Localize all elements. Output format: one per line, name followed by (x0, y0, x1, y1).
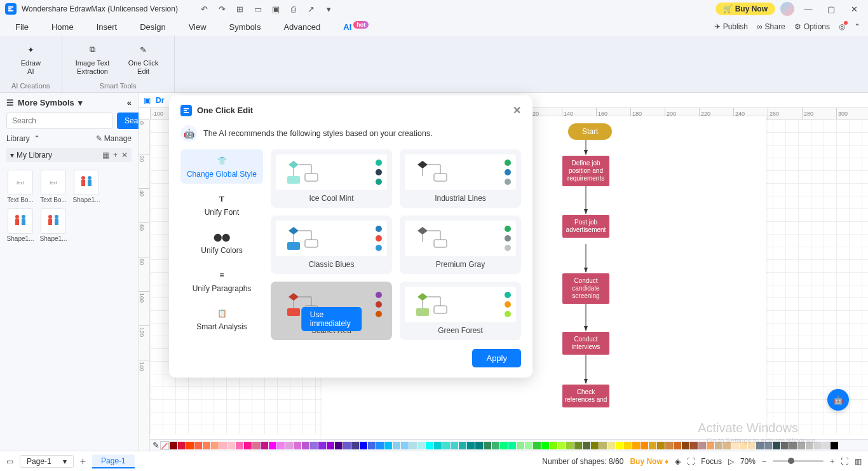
share-button[interactable]: ∞ Share (757, 22, 785, 31)
color-swatch[interactable] (310, 442, 318, 449)
doc-tab[interactable]: Dr (156, 96, 164, 105)
notifications-icon[interactable]: ◎ (839, 22, 845, 31)
user-avatar[interactable] (780, 2, 794, 16)
page-select[interactable]: Page-1▾ (20, 455, 74, 468)
color-swatch[interactable] (467, 442, 475, 449)
color-swatch[interactable] (641, 442, 648, 449)
color-swatch[interactable] (806, 442, 813, 449)
pages-icon[interactable]: ▭ (6, 457, 13, 466)
color-swatch[interactable] (831, 442, 838, 449)
shape-item[interactable]: textText Bo... (39, 170, 67, 203)
color-swatch[interactable] (302, 442, 309, 449)
color-swatch[interactable] (285, 442, 293, 449)
color-swatch[interactable] (624, 442, 632, 449)
menu-home[interactable]: Home (51, 22, 74, 32)
color-swatch[interactable] (822, 442, 830, 449)
redo-icon[interactable]: ↷ (216, 3, 229, 15)
color-swatch[interactable] (756, 442, 764, 449)
color-swatch[interactable] (236, 442, 243, 449)
color-swatch[interactable] (764, 442, 772, 449)
color-swatch[interactable] (360, 442, 367, 449)
color-swatch[interactable] (748, 442, 756, 449)
color-swatch[interactable] (649, 442, 656, 449)
menu-ai[interactable]: AIhot (343, 22, 369, 32)
more-symbols-header[interactable]: ☰ More Symbols▾ « (6, 98, 132, 107)
color-swatch[interactable] (351, 442, 359, 449)
maximize-button[interactable]: ▢ (822, 2, 840, 16)
ai-chat-fab[interactable]: 🤖 (827, 389, 849, 411)
color-swatch[interactable] (451, 442, 458, 449)
style-card[interactable]: Classic Blues (271, 215, 392, 274)
menu-file[interactable]: File (15, 22, 29, 32)
no-fill-swatch[interactable] (160, 441, 169, 450)
color-swatch[interactable] (599, 442, 607, 449)
fullscreen-icon[interactable]: ⛶ (841, 457, 848, 466)
shape-item[interactable]: Shape1... (39, 208, 67, 242)
color-swatch[interactable] (707, 442, 714, 449)
layers-icon[interactable]: ◈ (675, 457, 681, 466)
color-swatch[interactable] (227, 442, 235, 449)
fit-icon[interactable]: ⛶ (687, 457, 695, 466)
focus-button[interactable]: Focus (701, 457, 722, 466)
color-swatch[interactable] (632, 442, 640, 449)
color-swatch[interactable] (492, 442, 499, 449)
color-swatch[interactable] (484, 442, 491, 449)
search-input[interactable] (6, 113, 113, 129)
color-swatch[interactable] (244, 442, 252, 449)
color-swatch[interactable] (186, 442, 194, 449)
remove-icon[interactable]: ✕ (121, 151, 128, 160)
panel-icon[interactable]: ▥ (855, 457, 862, 466)
color-swatch[interactable] (384, 442, 392, 449)
color-swatch[interactable] (541, 442, 549, 449)
buy-now-link[interactable]: Buy Now ♦ (630, 457, 668, 466)
color-swatch[interactable] (674, 442, 681, 449)
use-immediately-button[interactable]: Use immediately (301, 307, 362, 331)
color-swatch[interactable] (690, 442, 698, 449)
zoom-in-button[interactable]: + (830, 457, 834, 466)
color-swatch[interactable] (665, 442, 673, 449)
edraw-ai-button[interactable]: ✦ Edraw AI (11, 42, 50, 76)
color-swatch[interactable] (376, 442, 384, 449)
color-swatch[interactable] (517, 442, 524, 449)
publish-button[interactable]: ✈ Publish (714, 22, 748, 31)
color-swatch[interactable] (178, 442, 186, 449)
color-swatch[interactable] (698, 442, 706, 449)
color-swatch[interactable] (327, 442, 334, 449)
library-label[interactable]: Library (6, 134, 30, 143)
color-swatch[interactable] (773, 442, 780, 449)
color-swatch[interactable] (194, 442, 202, 449)
modal-option[interactable]: 👕Change Global Style (180, 149, 263, 184)
color-swatch[interactable] (591, 442, 599, 449)
add-page-button[interactable]: + (80, 456, 86, 467)
color-swatch[interactable] (731, 442, 739, 449)
export-icon[interactable]: ↗ (305, 3, 318, 15)
process-node[interactable]: Check references and (562, 385, 609, 407)
color-swatch[interactable] (525, 442, 532, 449)
zoom-out-button[interactable]: − (762, 457, 766, 466)
menu-view[interactable]: View (189, 22, 207, 32)
style-card[interactable]: Premium Gray (400, 215, 521, 274)
menu-symbols[interactable]: Symbols (229, 22, 261, 32)
color-swatch[interactable] (426, 442, 433, 449)
color-swatch[interactable] (261, 442, 268, 449)
grid-icon[interactable]: ▦ (102, 151, 109, 160)
add-icon[interactable]: + (113, 151, 118, 160)
modal-option[interactable]: 📋Smart Analysis (180, 302, 263, 336)
collapse-ribbon-icon[interactable]: ⌃ (854, 22, 860, 31)
color-swatch[interactable] (442, 442, 450, 449)
menu-advanced[interactable]: Advanced (283, 22, 320, 32)
style-card[interactable]: Ice Cool Mint (271, 149, 392, 208)
color-swatch[interactable] (574, 442, 582, 449)
color-swatch[interactable] (459, 442, 466, 449)
eyedropper-icon[interactable]: ✎ (153, 440, 159, 450)
undo-icon[interactable]: ↶ (198, 3, 211, 15)
modal-close-button[interactable]: ✕ (513, 104, 521, 116)
color-swatch[interactable] (294, 442, 301, 449)
start-node[interactable]: Start (568, 123, 612, 140)
color-swatch[interactable] (434, 442, 442, 449)
close-button[interactable]: ✕ (845, 2, 863, 16)
color-swatch[interactable] (657, 442, 665, 449)
process-node[interactable]: Define job position and requirements (562, 156, 609, 186)
options-button[interactable]: ⚙ Options (794, 22, 830, 31)
color-swatch[interactable] (409, 442, 417, 449)
